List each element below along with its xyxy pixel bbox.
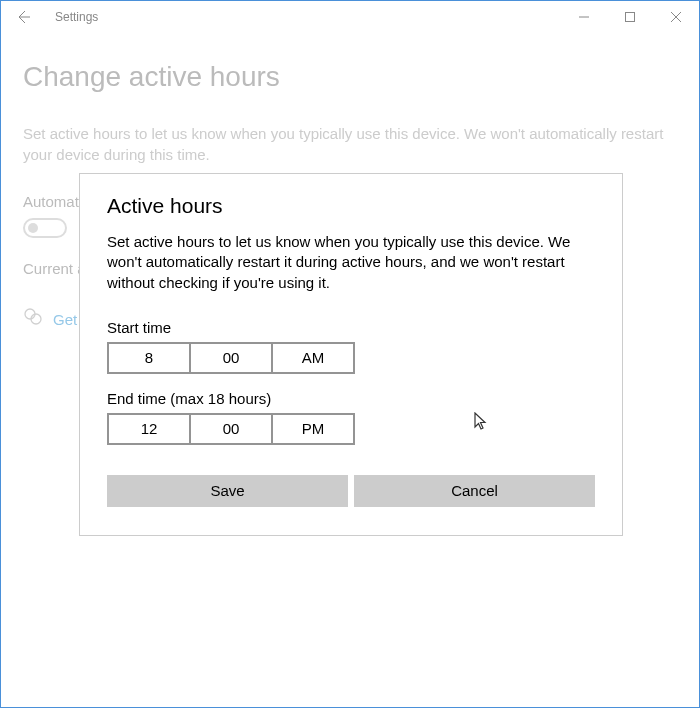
close-button[interactable] <box>653 1 699 33</box>
back-arrow-icon <box>15 9 31 25</box>
app-title: Settings <box>55 10 98 24</box>
start-time-picker: 8 00 AM <box>107 342 355 374</box>
dialog-description: Set active hours to let us know when you… <box>107 232 595 293</box>
start-hour[interactable]: 8 <box>107 342 191 374</box>
help-icon <box>23 307 43 331</box>
end-hour[interactable]: 12 <box>107 413 191 445</box>
end-time-label: End time (max 18 hours) <box>107 390 595 407</box>
auto-adjust-toggle[interactable] <box>23 218 67 238</box>
end-period[interactable]: PM <box>273 413 355 445</box>
end-time-picker: 12 00 PM <box>107 413 355 445</box>
toggle-knob <box>28 223 38 233</box>
titlebar: Settings <box>1 1 699 33</box>
page-description: Set active hours to let us know when you… <box>23 123 677 165</box>
end-minute[interactable]: 00 <box>191 413 273 445</box>
cancel-button[interactable]: Cancel <box>354 475 595 507</box>
start-period[interactable]: AM <box>273 342 355 374</box>
minimize-icon <box>579 12 589 22</box>
get-help-link[interactable]: Get <box>53 311 77 328</box>
save-button[interactable]: Save <box>107 475 348 507</box>
active-hours-dialog: Active hours Set active hours to let us … <box>79 173 623 536</box>
window-controls <box>561 1 699 33</box>
start-minute[interactable]: 00 <box>191 342 273 374</box>
svg-rect-0 <box>626 13 635 22</box>
back-button[interactable] <box>1 1 45 33</box>
maximize-icon <box>625 12 635 22</box>
dialog-buttons: Save Cancel <box>107 475 595 507</box>
maximize-button[interactable] <box>607 1 653 33</box>
close-icon <box>671 12 681 22</box>
dialog-title: Active hours <box>107 194 595 218</box>
start-time-label: Start time <box>107 319 595 336</box>
minimize-button[interactable] <box>561 1 607 33</box>
page-title: Change active hours <box>23 61 677 93</box>
